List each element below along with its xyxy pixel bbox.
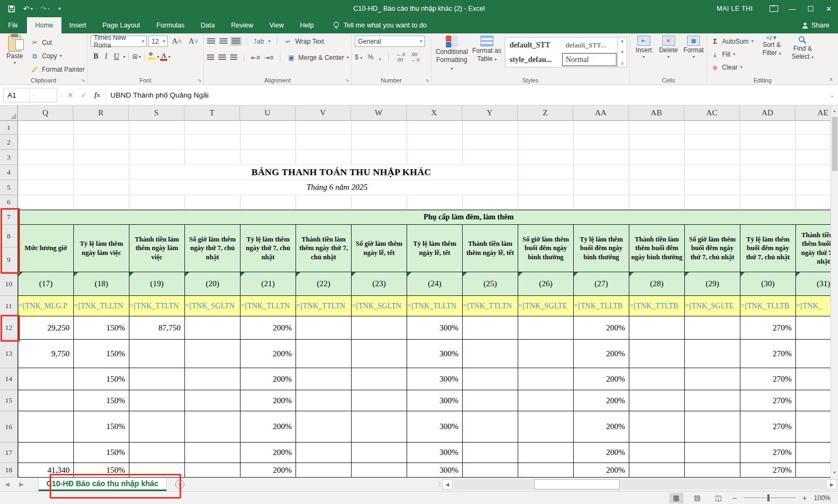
paste-button[interactable]: Paste ▾ [3,36,26,75]
cell[interactable] [129,340,185,368]
row-header-4[interactable]: 4 [0,165,17,180]
align-right-icon[interactable] [230,54,237,60]
cell[interactable]: Thành tiền làm thêm ngày thứ 7, chủ nhật [296,225,352,272]
cell[interactable]: 300% [407,463,463,478]
row-header-16[interactable]: 16 [0,411,17,443]
sheet-title[interactable]: BẢNG THANH TOÁN THU NHẬP KHÁC [180,165,503,179]
row-header-15[interactable]: 15 [0,390,17,411]
cell[interactable]: 270% [740,340,796,368]
cell[interactable]: Tỷ lệ làm thêm ngày làm việc [74,225,129,272]
italic-button[interactable]: I [102,52,110,61]
column-header-X[interactable]: X [407,106,462,120]
cell[interactable]: 200% [241,316,296,340]
format-painter-button[interactable]: 🖉Format Painter [31,64,85,75]
cell[interactable] [796,368,830,390]
cell[interactable]: 200% [241,390,296,411]
name-box-dropdown-icon[interactable]: ▾ [29,88,57,102]
column-header-S[interactable]: S [129,106,184,120]
normal-view-icon[interactable]: ▦ [669,493,683,503]
cell[interactable] [296,368,352,390]
ribbon-display-options-icon[interactable] [765,0,783,17]
cell[interactable]: 9,750 [18,340,74,368]
gallery-scroll[interactable]: ▲▼⊽ [618,37,627,67]
cell[interactable]: (31) [796,272,830,296]
cell[interactable]: Số giờ làm thêm ngày lễ, tết [352,225,407,272]
row-header-9[interactable]: 9 [0,247,17,272]
cell[interactable]: Tỷ lệ làm thêm ngày thứ 7, chủ nhật [241,225,296,272]
column-header-Y[interactable]: Y [462,106,518,120]
save-icon[interactable] [8,5,16,13]
cell[interactable]: 300% [407,368,463,390]
format-as-table-button[interactable]: Format asTable ▾ [472,36,502,63]
tab-home[interactable]: Home [27,17,61,33]
row-header-6[interactable]: 6 [0,195,17,210]
cell[interactable]: Tỷ lệ làm thêm buổi đêm ngày thứ 7, chủ … [740,225,796,272]
cell[interactable] [796,316,830,340]
column-header-U[interactable]: U [240,106,296,120]
cell[interactable]: 300% [407,340,463,368]
cell[interactable] [685,390,740,411]
cell[interactable]: (19) [129,272,185,296]
cell[interactable]: 270% [740,390,796,411]
tab-file[interactable]: File [0,17,27,33]
sheet-tab[interactable]: C10-HĐ Báo cáo thu nhập khác [38,478,167,491]
sheet-subtitle[interactable]: Tháng 6 năm 2025 [175,180,499,195]
cell[interactable]: (22) [296,272,352,296]
copy-button[interactable]: ⧉Copy▾ [31,50,85,61]
cell[interactable] [352,316,407,340]
row-header-8[interactable]: 8 [0,225,17,247]
cell[interactable] [463,443,518,463]
cell[interactable]: =[TNK_TLLTB [574,296,629,316]
undo-icon[interactable]: ↶▾ [23,4,33,13]
cell[interactable] [185,411,241,443]
cell[interactable]: Thành tiền làm thêm ngày làm việc [129,225,185,272]
delete-cells-button[interactable]: ✕ Delete▾ [658,36,679,59]
cell[interactable] [685,368,740,390]
cell[interactable]: Số giờ làm thêm buổi đêm ngày bình thườn… [518,225,574,272]
cut-button[interactable]: ✂Cut [31,37,85,48]
cell[interactable] [796,463,830,478]
row-header-5[interactable]: 5 [0,180,17,195]
cell[interactable] [685,316,740,340]
cell[interactable]: (28) [629,272,685,296]
sheet-nav-left-icon[interactable]: ◀ [0,481,14,488]
column-header-Q[interactable]: Q [18,106,73,120]
cell[interactable]: 200% [574,340,629,368]
new-sheet-icon[interactable]: + [175,480,184,489]
user-name[interactable]: MAI LE THI [705,5,765,12]
maximize-button[interactable]: ☐ [801,0,820,17]
cell[interactable]: 200% [574,411,629,443]
cell[interactable]: =[TNK_SGLTN [352,296,407,316]
cell[interactable] [463,390,518,411]
cell[interactable] [352,368,407,390]
cell[interactable]: (20) [185,272,241,296]
cell[interactable]: 270% [740,463,796,478]
cell[interactable] [518,368,574,390]
cell[interactable] [185,443,241,463]
align-top-icon[interactable] [207,38,215,44]
cell[interactable] [129,463,185,478]
cell[interactable] [629,390,685,411]
cell[interactable] [518,463,574,478]
hscroll-right-icon[interactable]: ▶ [827,479,837,489]
cell[interactable] [629,411,685,443]
bold-button[interactable]: B [91,52,101,61]
cell[interactable]: Thành tiền làm thêm ngày lễ, tết [463,225,518,272]
font-size-select[interactable]: 12▾ [148,36,168,47]
zoom-in-icon[interactable]: + [802,494,807,502]
cell[interactable] [685,463,740,478]
cell[interactable]: =[TNK_TLLTB [740,296,796,316]
row-header-7[interactable]: 7 [0,210,17,225]
cell[interactable] [129,411,185,443]
find-select-button[interactable]: Find &Select ▾ [790,36,815,73]
formula-input[interactable]: UBND Thành phố Quảng Ngãi [106,91,826,99]
cell[interactable]: =[TNK_SGLTE [685,296,740,316]
cell[interactable]: Tỷ lệ làm thêm ngày lễ, tết [407,225,463,272]
cell[interactable]: 150% [74,316,129,340]
cell[interactable]: Mức lương giờ [18,225,74,272]
row-header-12[interactable]: 12 [0,316,17,340]
cell[interactable]: (23) [352,272,407,296]
horizontal-scrollbar[interactable]: ◀ ▶ [441,478,838,491]
cell[interactable]: 270% [740,443,796,463]
cell[interactable] [796,340,830,368]
